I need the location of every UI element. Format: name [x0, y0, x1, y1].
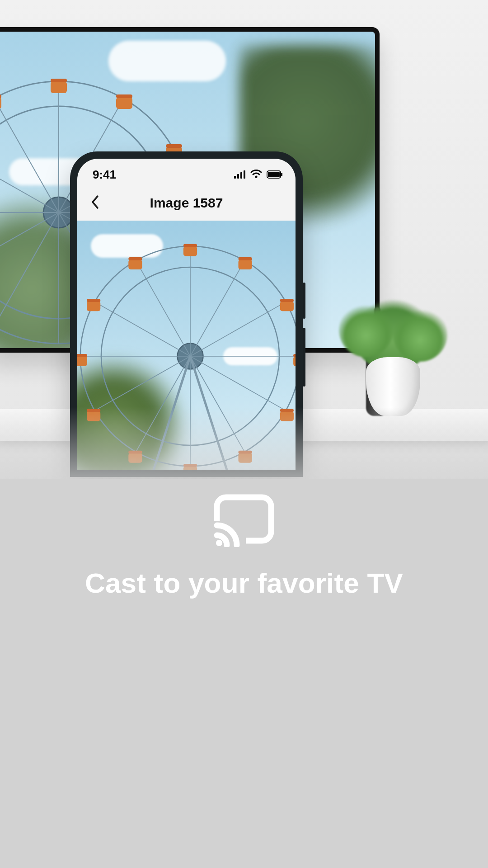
- svg-rect-20: [166, 144, 182, 148]
- svg-rect-34: [237, 174, 239, 179]
- chevron-left-icon: [91, 195, 100, 211]
- svg-rect-36: [244, 170, 245, 179]
- svg-rect-62: [293, 356, 296, 366]
- svg-rect-16: [51, 79, 67, 82]
- svg-line-54: [94, 301, 190, 356]
- svg-rect-75: [77, 354, 87, 357]
- svg-rect-69: [183, 464, 197, 467]
- svg-rect-60: [280, 301, 294, 311]
- svg-line-45: [190, 259, 245, 356]
- svg-rect-70: [128, 453, 142, 463]
- svg-rect-77: [87, 299, 100, 302]
- svg-rect-61: [280, 299, 294, 302]
- svg-rect-17: [116, 97, 132, 109]
- svg-rect-73: [87, 409, 100, 412]
- svg-rect-58: [239, 259, 252, 269]
- svg-rect-64: [280, 411, 294, 421]
- svg-rect-40: [281, 173, 282, 176]
- app-bar: Image 1587: [77, 185, 296, 221]
- svg-line-55: [135, 259, 190, 356]
- svg-rect-57: [183, 244, 197, 247]
- svg-rect-78: [128, 259, 142, 269]
- svg-line-10: [0, 212, 59, 328]
- svg-rect-72: [87, 411, 100, 421]
- promo-panel: Cast to your favorite TV: [0, 479, 488, 868]
- svg-rect-71: [128, 451, 142, 454]
- battery-icon: [267, 168, 283, 182]
- photo-viewport[interactable]: [77, 221, 296, 470]
- page-title: Image 1587: [150, 195, 223, 211]
- promo-scene: 9:41: [0, 0, 488, 868]
- svg-rect-27: [0, 97, 1, 109]
- cast-icon: [212, 493, 276, 549]
- svg-point-37: [255, 175, 257, 178]
- phone-frame: 9:41: [70, 151, 303, 477]
- svg-rect-65: [280, 409, 294, 412]
- svg-rect-67: [239, 451, 252, 454]
- plant-decor: [357, 289, 461, 416]
- cellular-icon: [234, 168, 246, 182]
- svg-rect-79: [128, 257, 142, 260]
- svg-rect-18: [116, 94, 132, 98]
- promo-headline: Cast to your favorite TV: [85, 567, 403, 599]
- status-bar: 9:41: [77, 159, 296, 185]
- back-button[interactable]: [85, 193, 105, 213]
- phone-screen: 9:41: [77, 159, 296, 470]
- svg-line-46: [190, 301, 287, 356]
- svg-rect-76: [87, 301, 100, 311]
- svg-line-14: [0, 97, 59, 212]
- svg-rect-59: [239, 257, 252, 260]
- svg-rect-66: [239, 453, 252, 463]
- svg-rect-35: [240, 172, 242, 179]
- svg-rect-56: [183, 246, 197, 256]
- svg-rect-74: [77, 356, 87, 366]
- svg-rect-33: [234, 176, 236, 179]
- svg-rect-39: [268, 172, 280, 177]
- wifi-icon: [250, 168, 262, 182]
- svg-point-84: [216, 540, 222, 546]
- status-time: 9:41: [93, 168, 116, 182]
- svg-rect-15: [51, 81, 67, 93]
